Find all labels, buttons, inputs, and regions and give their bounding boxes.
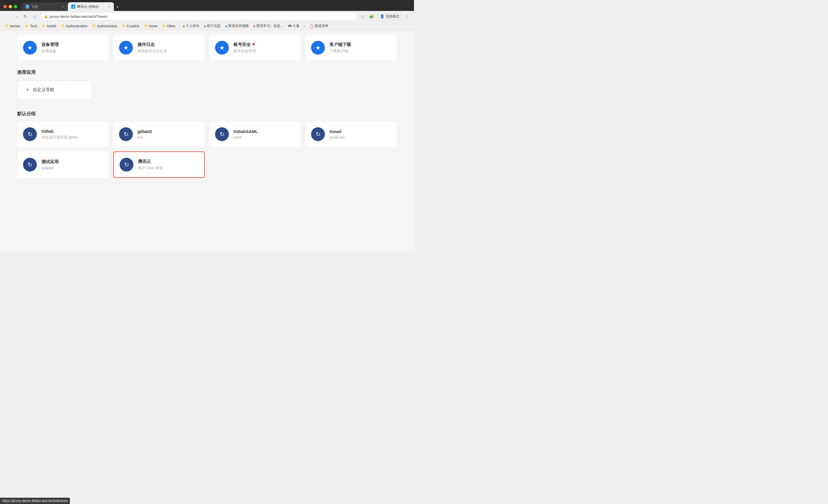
bookmark-label: Authentication [66,24,88,28]
bookmark-worker[interactable]: 📁 worker [3,24,22,29]
bookmark-label: 有个沉淀 [207,24,220,29]
bookmark-authn[interactable]: 📁 AuthN [40,24,58,29]
extensions-button[interactable]: 🧩 [368,13,375,19]
tab-close-tencent[interactable]: ✕ [108,5,111,8]
doc-icon: ■ [225,25,227,28]
minimize-button[interactable] [9,5,12,8]
card-icon-gitlabd: ↻ [119,127,133,141]
card-desc-log: 系统操作日志记录 [137,49,199,54]
page-content: ★ 设备管理 管理设备 ★ 操作日志 系统操作日志记录 ★ [0,31,414,252]
card-name-devices: 设备管理 [41,42,103,47]
bookmark-label: 英语学习：你是... [256,24,283,29]
card-gitlabd[interactable]: ↻ gitlabD xxx [113,122,205,147]
refresh-icon: ↻ [28,131,33,138]
card-icon-security: ★ [215,41,229,55]
tab-feilian[interactable]: 飞 飞连 ✕ [22,2,68,11]
custom-nav-text: 自定义导航 [33,87,54,93]
card-tencent-cloud[interactable]: ↻ 腾讯云 用户 SSO 登录 [113,151,205,178]
menu-button[interactable]: ⋮ [404,13,411,19]
card-icon-devices: ★ [23,41,37,55]
close-button[interactable] [3,5,7,8]
bookmarks-divider [179,24,179,29]
card-icon-gmail: ↻ [311,127,325,141]
doc-icon: ■ [183,25,185,28]
star-icon: ★ [219,44,224,51]
tab-title-feilian: 飞连 [31,4,60,9]
new-tab-button[interactable]: + [114,3,121,11]
lock-icon: 🔒 [44,15,48,18]
back-button[interactable]: ← [3,13,10,20]
bookmark-english-learning[interactable]: ■ 英语学习：你是... [252,23,285,29]
folder-icon: 📁 [42,24,46,28]
card-name-log: 操作日志 [137,42,199,47]
home-button[interactable]: ⌂ [31,13,38,20]
maximize-button[interactable] [14,5,17,8]
card-name-tencent-cloud: 腾讯云 [138,159,198,164]
bookmark-home[interactable]: 📁 home [142,24,159,29]
tab-tencent[interactable]: ☁ 腾讯云-控制台 ✕ [68,2,114,11]
card-info-gitlab: Gitlab 张志成开发环境 gitlab [41,129,103,140]
card-gmail[interactable]: ↻ Gmail gmail zzc [305,122,397,147]
default-group-grid: ↻ Gitlab 张志成开发环境 gitlab ↻ gitlabD xxx ↻ [17,122,397,178]
bookmark-star-button[interactable]: ☆ [360,13,366,19]
refresh-icon: ↻ [124,131,128,138]
bookmark-corplink[interactable]: 📁 Corplink [120,24,141,29]
bookmark-youge[interactable]: ■ 有个沉淀 [202,23,222,29]
card-icon-test-app: ↻ [23,158,37,172]
folder-icon: 📁 [122,24,126,28]
custom-nav-area: + 自定义导航 [17,80,397,99]
folder-icon: 📁 [92,24,96,28]
card-desc-download: 下载客户端 [329,49,391,54]
top-cards-section: ★ 设备管理 管理设备 ★ 操作日志 系统操作日志记录 ★ [0,31,414,63]
bookmark-personal-todo[interactable]: ■ 个人待办 [181,23,201,29]
tab-title-tencent: 腾讯云-控制台 [77,4,107,9]
bookmark-authorization[interactable]: 📁 Authorization [91,24,119,29]
card-info-download: 客户端下载 下载客户端 [329,42,391,54]
card-info-security: 账号安全 账号安全管理 [234,42,295,54]
card-desc-test-app: adadad [41,166,103,170]
card-client-download[interactable]: ★ 客户端下载 下载客户端 [305,35,397,60]
card-desc-tencent-cloud: 用户 SSO 登录 [138,166,198,171]
card-devices[interactable]: ★ 设备管理 管理设备 [17,35,109,60]
bookmark-tech[interactable]: 📁 Tech [23,24,39,29]
address-actions: ☆ 🧩 👤 无痕模式 ⋮ [360,13,411,20]
reload-button[interactable]: ↻ [22,13,29,20]
bookmarks-more-button[interactable]: » [302,24,306,29]
card-info-log: 操作日志 系统操作日志记录 [137,42,199,54]
card-icon-gitlabsaml: ↻ [215,127,229,141]
folder-icon: 📁 [144,24,148,28]
default-group-title: 默认分组 [17,111,397,117]
profile-button[interactable]: 👤 无痕模式 [377,13,402,20]
forward-button[interactable]: → [13,13,19,20]
bookmark-label: 英语自学指南 [228,24,249,29]
card-operation-log[interactable]: ★ 操作日志 系统操作日志记录 [113,35,205,60]
custom-nav-card[interactable]: + 自定义导航 [17,80,92,99]
card-desc-gmail: gmail zzc [329,135,391,139]
bookmark-other[interactable]: 📁 Other [160,24,177,29]
card-gitlab[interactable]: ↻ Gitlab 张志成开发环境 gitlab [17,122,109,147]
bookmark-read-list[interactable]: 📋 阅读清单 [307,23,330,29]
card-name-test-app: 测试应用 [41,159,103,165]
tab-scroll-icon[interactable]: ⌄ [405,3,411,10]
tab-favicon-tencent: ☁ [71,5,75,9]
star-icon: ★ [27,44,33,51]
card-name-gitlabd: gitlabD [137,129,199,134]
card-gitlabsaml[interactable]: ↻ GitlabSAML saml [209,122,301,147]
bookmark-label: 个人待办 [186,24,200,29]
card-icon-log: ★ [119,41,133,55]
bookmark-label: Tech [30,24,37,28]
bookmark-english-guide[interactable]: ■ 英语自学指南 [223,23,250,29]
folder-icon: 📁 [162,24,166,28]
card-info-gitlabsaml: GitlabSAML saml [234,129,295,139]
bookmark-authentication[interactable]: 📁 Authentication [59,24,89,29]
bookmark-label: Authorization [97,24,117,28]
card-icon-download: ★ [311,41,325,55]
card-name-gmail: Gmail [329,129,391,134]
card-desc-gitlabsaml: saml [234,135,295,139]
address-bar: 🔒 proxy-demo.feilian-test.tech/?next= [40,12,357,20]
card-test-app[interactable]: ↻ 测试应用 adadad [17,151,109,178]
card-account-security[interactable]: ★ 账号安全 账号安全管理 [209,35,301,60]
bookmark-douyu[interactable]: 🎮 斗鱼 [286,23,301,29]
address-text[interactable]: proxy-demo.feilian-test.tech/?next= [50,14,354,19]
tab-close-feilian[interactable]: ✕ [62,5,65,8]
